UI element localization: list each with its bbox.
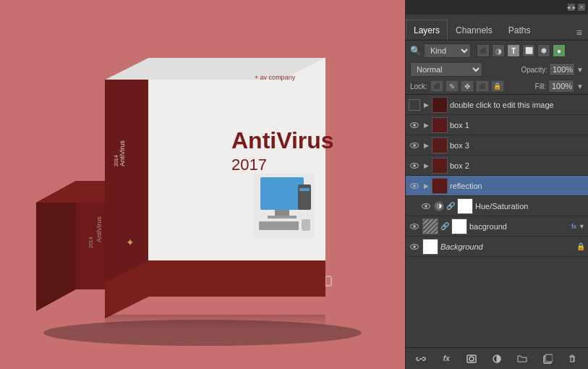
layer-mask-thumbnail xyxy=(457,198,473,214)
lock-all-icon[interactable]: 🔒 xyxy=(491,80,504,92)
link-layers-button[interactable] xyxy=(414,352,428,366)
layer-name: Hue/Saturation xyxy=(475,202,585,211)
layer-expand-arrow[interactable]: ▶ xyxy=(422,162,430,169)
opacity-group: Opacity: ▼ xyxy=(521,63,584,76)
eye-icon xyxy=(410,122,419,128)
adjustment-layer-button[interactable] xyxy=(490,352,504,366)
panel-tabs: Layers Channels Paths ≡ xyxy=(406,14,588,41)
lock-pixels-icon[interactable]: ⬛ xyxy=(430,80,443,92)
eye-icon xyxy=(422,203,430,209)
add-mask-button[interactable] xyxy=(464,352,479,366)
layer-smart-object[interactable]: ▶ double click to edit this image xyxy=(406,95,588,115)
svg-text:2014: 2014 xyxy=(114,155,119,166)
svg-point-34 xyxy=(469,357,474,361)
layer-expand-arrow[interactable]: ▶ xyxy=(422,122,430,129)
eye-icon xyxy=(410,163,419,169)
close-panel-button[interactable]: ✕ xyxy=(578,4,585,11)
eye-icon xyxy=(410,143,419,148)
layer-expand-arrow[interactable]: ▶ xyxy=(422,182,430,190)
filter-icons: ⬛ ◑ T ⬜ ⬢ ● xyxy=(477,44,566,57)
layer-link-icon: 🔗 xyxy=(446,202,455,210)
layer-thumbnail xyxy=(422,219,438,234)
fill-chevron-icon[interactable]: ▼ xyxy=(576,82,584,90)
lock-image-icon[interactable]: ✎ xyxy=(446,80,459,92)
svg-text:+ av company: + av company xyxy=(255,74,296,81)
layer-name: box 3 xyxy=(450,141,585,150)
panel-menu-icon[interactable]: ≡ xyxy=(574,25,585,40)
type-filter-icon[interactable]: T xyxy=(507,44,520,57)
tab-paths[interactable]: Paths xyxy=(500,20,539,40)
tab-layers[interactable]: Layers xyxy=(406,20,448,40)
layer-thumbnail xyxy=(432,178,448,194)
layer-visibility-toggle[interactable] xyxy=(409,241,420,253)
layer-expand-arrow[interactable]: ▶ xyxy=(422,142,430,149)
svg-text:AntiVirus: AntiVirus xyxy=(231,127,334,153)
folder-icon xyxy=(517,354,527,364)
new-group-button[interactable] xyxy=(515,352,529,366)
layer-visibility-toggle[interactable] xyxy=(409,221,420,232)
adjustment-filter-icon[interactable]: ◑ xyxy=(492,44,505,57)
pixel-filter-icon[interactable]: ⬛ xyxy=(477,44,490,57)
layer-visibility-toggle[interactable] xyxy=(420,200,432,212)
layer-visibility-toggle[interactable] xyxy=(409,180,420,192)
eye-icon xyxy=(410,183,419,189)
layer-bacground[interactable]: 🔗 bacground fx ▼ xyxy=(406,216,588,237)
shape-filter-icon[interactable]: ⬜ xyxy=(522,44,535,57)
layer-visibility-toggle[interactable] xyxy=(409,119,420,131)
link-icon xyxy=(416,354,426,364)
layer-reflection[interactable]: ▶ reflection xyxy=(406,176,588,196)
fx-chevron-icon[interactable]: ▼ xyxy=(579,223,585,230)
lock-row: Lock: ⬛ ✎ ✥ ⬛ 🔒 Fill: ▼ xyxy=(406,78,588,95)
layer-hue-saturation[interactable]: ◑ 🔗 Hue/Saturation xyxy=(406,196,588,216)
tab-channels[interactable]: Channels xyxy=(448,20,500,40)
collapse-button[interactable]: ◄► xyxy=(568,4,575,11)
canvas-artwork: AntiVirus 2014 ✦ + av company AntiVirus … xyxy=(14,14,391,355)
layers-list: ▶ double click to edit this image ▶ box … xyxy=(406,95,588,347)
layer-box2[interactable]: ▶ box 2 xyxy=(406,156,588,176)
add-fx-button[interactable]: fx xyxy=(439,352,453,366)
new-layer-button[interactable] xyxy=(540,352,555,366)
svg-text:2017: 2017 xyxy=(231,156,267,174)
search-icon: 🔍 xyxy=(410,46,421,56)
delete-layer-button[interactable] xyxy=(565,352,579,366)
svg-rect-16 xyxy=(268,216,297,219)
layer-thumbnail xyxy=(422,239,438,255)
layer-name: double click to edit this image xyxy=(450,101,585,109)
svg-text:AntiVirus: AntiVirus xyxy=(95,216,103,242)
blend-mode-select[interactable]: Normal xyxy=(410,62,482,77)
panel-titlebar: ◄► ✕ xyxy=(406,0,588,14)
svg-text:2014: 2014 xyxy=(88,237,93,248)
layer-background[interactable]: Background 🔒 xyxy=(406,237,588,257)
panel-bottom-toolbar: fx xyxy=(406,347,588,369)
toggle-filter-icon[interactable]: ● xyxy=(553,44,566,57)
mask-icon xyxy=(466,354,477,364)
lock-artboard-icon[interactable]: ⬛ xyxy=(476,80,489,92)
layer-name: reflection xyxy=(450,182,585,190)
lock-position-icon[interactable]: ✥ xyxy=(461,80,474,92)
layer-thumbnail xyxy=(432,158,448,174)
layer-visibility-toggle[interactable] xyxy=(409,99,420,111)
fx-badge: fx xyxy=(571,223,576,230)
opacity-chevron-icon[interactable]: ▼ xyxy=(576,66,584,74)
svg-rect-19 xyxy=(259,221,299,230)
layer-box1[interactable]: ▶ box 1 xyxy=(406,115,588,135)
svg-rect-27 xyxy=(325,276,331,286)
adjustment-icon xyxy=(492,354,502,364)
opacity-input[interactable] xyxy=(549,63,575,76)
layers-panel: ◄► ✕ Layers Channels Paths ≡ 🔍 Kind ⬛ ◑ … xyxy=(405,0,588,369)
fill-label: Fill: xyxy=(535,82,547,90)
layer-visibility-toggle[interactable] xyxy=(409,140,420,151)
svg-rect-15 xyxy=(275,210,289,216)
layer-visibility-toggle[interactable] xyxy=(409,160,420,171)
lock-icons: ⬛ ✎ ✥ ⬛ 🔒 xyxy=(430,80,504,92)
blend-row: Normal Opacity: ▼ xyxy=(406,61,588,78)
smart-filter-icon[interactable]: ⬢ xyxy=(537,44,550,57)
svg-rect-32 xyxy=(105,315,325,329)
eye-icon xyxy=(410,224,419,229)
opacity-label: Opacity: xyxy=(521,66,547,74)
layer-box3[interactable]: ▶ box 3 xyxy=(406,135,588,156)
kind-select[interactable]: Kind xyxy=(424,43,471,58)
layer-expand-arrow[interactable]: ▶ xyxy=(422,101,430,109)
fill-input[interactable] xyxy=(548,80,574,93)
adjustment-layer-icon: ◑ xyxy=(434,201,444,211)
